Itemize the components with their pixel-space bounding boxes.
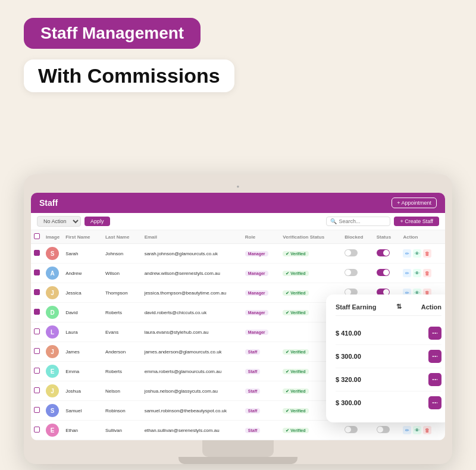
row-status[interactable] — [374, 264, 400, 283]
svg-rect-1 — [434, 333, 436, 334]
row-blocked[interactable] — [342, 421, 374, 440]
header-email: Email — [142, 230, 242, 244]
row-avatar-cell: J — [43, 381, 62, 401]
header-action: Action — [400, 230, 445, 244]
view-icon[interactable]: 👁 — [413, 426, 421, 434]
avatar: L — [46, 325, 59, 339]
blocked-toggle[interactable] — [345, 426, 358, 433]
svg-rect-6 — [433, 379, 434, 380]
row-email: andrew.wilson@serenestyls.com.au — [142, 264, 242, 283]
earning-rows: $ 410.00 $ 300.00 $ 320.00 — [336, 322, 441, 414]
row-role: Manager — [242, 244, 280, 264]
status-toggle[interactable] — [377, 249, 390, 256]
row-avatar-cell: S — [43, 401, 62, 421]
row-firstname: Sarah — [62, 244, 102, 264]
monitor-stand — [202, 440, 274, 457]
apply-button[interactable]: Apply — [84, 217, 110, 226]
svg-rect-0 — [433, 333, 434, 334]
toolbar: No Action Apply 🔍 + Create Staff — [31, 213, 445, 230]
row-avatar-cell: E — [43, 362, 62, 381]
status-toggle[interactable] — [377, 269, 390, 276]
row-firstname: Andrew — [62, 264, 102, 283]
row-lastname: Roberts — [102, 362, 142, 381]
earning-row: $ 410.00 — [336, 322, 441, 345]
row-email: ethan.sullivan@serenestyls.com.au — [142, 421, 242, 440]
earning-row: $ 300.00 — [336, 391, 441, 414]
row-lastname: Nelson — [102, 381, 142, 401]
appointment-button[interactable]: + Appointment — [392, 198, 437, 208]
row-role: Manager — [242, 283, 280, 303]
row-email: james.anderson@glamourcuts.co.uk — [142, 342, 242, 362]
row-checkbox[interactable] — [31, 342, 43, 362]
row-checkbox[interactable] — [31, 362, 43, 381]
avatar: D — [46, 306, 59, 319]
header-lastname: Last Name — [102, 230, 142, 244]
earning-action-button[interactable] — [428, 373, 441, 386]
row-checkbox[interactable] — [31, 264, 43, 283]
dot-indicator: ● — [31, 181, 445, 193]
row-checkbox[interactable] — [31, 303, 43, 322]
row-firstname: Joshua — [62, 381, 102, 401]
delete-icon[interactable]: 🗑 — [423, 426, 431, 434]
header-verification: Verification Status — [280, 230, 342, 244]
monitor-base — [178, 457, 298, 464]
row-avatar-cell: S — [43, 244, 62, 264]
svg-rect-7 — [434, 379, 436, 380]
earning-action-col-header: Action — [421, 303, 441, 311]
delete-icon[interactable]: 🗑 — [423, 249, 431, 258]
row-checkbox[interactable] — [31, 421, 43, 440]
row-role: Manager — [242, 303, 280, 322]
avatar: E — [46, 365, 59, 378]
row-status[interactable] — [374, 244, 400, 264]
row-checkbox[interactable] — [31, 401, 43, 421]
row-checkbox[interactable] — [31, 283, 43, 303]
row-role: Staff — [242, 401, 280, 421]
earning-action-button[interactable] — [428, 350, 441, 363]
earning-action-icon — [431, 330, 439, 337]
blocked-toggle[interactable] — [345, 249, 358, 256]
header-checkbox — [31, 230, 43, 244]
row-role: Staff — [242, 362, 280, 381]
earning-action-button[interactable] — [428, 327, 441, 340]
svg-rect-9 — [433, 402, 434, 403]
earning-action-button[interactable] — [428, 396, 441, 409]
row-checkbox[interactable] — [31, 322, 43, 342]
search-icon: 🔍 — [330, 218, 337, 224]
avatar: E — [46, 424, 59, 437]
row-firstname: David — [62, 303, 102, 322]
row-blocked[interactable] — [342, 244, 374, 264]
edit-icon[interactable]: ✏ — [403, 426, 411, 434]
action-select[interactable]: No Action — [37, 216, 81, 227]
row-blocked[interactable] — [342, 264, 374, 283]
row-actions: ✏ 👁 🗑 — [400, 421, 445, 440]
status-toggle[interactable] — [377, 426, 390, 433]
row-role: Staff — [242, 381, 280, 401]
edit-icon[interactable]: ✏ — [403, 249, 411, 258]
row-lastname: Evans — [102, 322, 142, 342]
svg-rect-8 — [437, 379, 438, 380]
row-status[interactable] — [374, 421, 400, 440]
delete-icon[interactable]: 🗑 — [423, 269, 431, 277]
edit-icon[interactable]: ✏ — [403, 269, 411, 277]
create-staff-button[interactable]: + Create Staff — [394, 217, 439, 226]
row-firstname: Jessica — [62, 283, 102, 303]
app-header: Staff + Appointment — [31, 193, 445, 213]
blocked-toggle[interactable] — [345, 269, 358, 276]
row-lastname: Sullivan — [102, 421, 142, 440]
view-icon[interactable]: 👁 — [413, 249, 421, 258]
avatar: S — [46, 247, 59, 260]
row-checkbox[interactable] — [31, 244, 43, 264]
row-firstname: James — [62, 342, 102, 362]
earning-action-icon — [431, 353, 439, 360]
svg-rect-2 — [437, 333, 438, 334]
row-email: emma.roberts@glamourcuts.com.au — [142, 362, 242, 381]
row-role: Manager — [242, 322, 280, 342]
row-lastname: Wilson — [102, 264, 142, 283]
row-checkbox[interactable] — [31, 381, 43, 401]
avatar: J — [46, 286, 59, 299]
staff-management-badge: Staff Management — [24, 18, 201, 49]
view-icon[interactable]: 👁 — [413, 269, 421, 277]
row-role: Staff — [242, 342, 280, 362]
earning-amount: $ 300.00 — [336, 353, 361, 360]
search-input[interactable] — [339, 218, 386, 224]
